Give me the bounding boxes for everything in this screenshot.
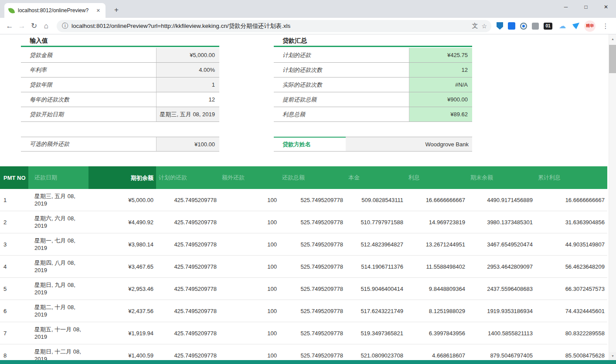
reload-icon[interactable]: ↻ — [29, 21, 39, 31]
minimize-button[interactable]: ─ — [556, 0, 576, 13]
extension-gray-icon[interactable] — [532, 23, 539, 30]
scroll-up-icon[interactable]: ▲ — [609, 35, 616, 43]
input-row: 年利率4.00% — [21, 63, 219, 78]
input-row-label: 贷款金额 — [21, 48, 156, 62]
table-cell: 2437.5596408683 — [468, 286, 535, 292]
table-cell: ¥1,919.94 — [88, 330, 156, 337]
table-header-cell: 还款日期 — [28, 166, 88, 189]
table-cell: 425.7495209778 — [156, 308, 219, 314]
table-cell: 3467.6549520474 — [468, 241, 535, 248]
extension-translate-icon[interactable] — [508, 22, 515, 30]
bookmark-star-icon[interactable]: ☆ — [481, 23, 487, 30]
summary-section-title-text: 贷款汇总 — [282, 37, 307, 45]
extension-shield-icon[interactable] — [497, 22, 503, 30]
table-cell: ¥3,467.65 — [88, 263, 156, 270]
extension-badge-01[interactable]: 01 — [544, 23, 552, 30]
table-row: 6星期二, 十月 08, 2019¥2,437.56425.7495209778… — [0, 300, 607, 322]
table-cell: 100 — [219, 308, 279, 314]
table-cell: 425.7495209778 — [156, 197, 219, 203]
table-cell: 星期二, 十月 08, 2019 — [28, 300, 88, 322]
address-bar[interactable]: ⓘ localhost:8012/onlinePreview?url=http:… — [57, 20, 491, 32]
summary-row: 实际的还款次数#N/A — [274, 78, 472, 92]
table-cell: 2953.4642809097 — [468, 263, 535, 270]
table-cell: 星期四, 八月 08, 2019 — [28, 256, 88, 277]
forward-icon[interactable]: → — [17, 21, 27, 31]
spreadsheet-preview: 输入值 贷款汇总 贷款金额¥5,000.00年利率4.00%贷款年限1每年的还款… — [0, 34, 609, 360]
table-cell: 2 — [0, 219, 28, 226]
input-row-label: 贷款年限 — [21, 78, 156, 92]
table-cell: 16.6666666667 — [535, 197, 607, 203]
table-cell: 3980.1373485301 — [468, 219, 535, 226]
summary-row: 计划的还款¥425.75 — [274, 48, 472, 63]
maximize-button[interactable]: □ — [576, 0, 596, 13]
table-cell: 525.7495209778 — [279, 286, 346, 292]
table-cell: 9.8448809364 — [406, 286, 468, 292]
extension-bird-icon[interactable] — [572, 23, 579, 29]
input-row: 贷款年限1 — [21, 78, 219, 92]
extension-circle-icon[interactable] — [520, 23, 527, 30]
toolbar-right-cluster: 01 ☁ 精华 ⋮ — [497, 20, 611, 32]
window-controls: ─ □ ✕ — [556, 0, 616, 13]
table-cell: 879.5046797405 — [468, 352, 535, 359]
table-cell: 100 — [219, 330, 279, 337]
table-cell: 525.7495209778 — [279, 308, 346, 314]
lender-name-value: Woodgrove Bank — [346, 137, 472, 152]
table-cell: 425.7495209778 — [156, 263, 219, 270]
summary-row: 利息总额¥89.62 — [274, 107, 472, 122]
back-icon[interactable]: ← — [4, 21, 15, 31]
tab-title: localhost:8012/onlinePreview? — [18, 7, 92, 13]
table-cell: 510.7797971588 — [346, 219, 406, 226]
table-cell: 100 — [219, 352, 279, 359]
table-cell: ¥3,980.14 — [88, 241, 156, 248]
translate-icon[interactable]: 文 — [472, 22, 478, 30]
input-section-title: 输入值 — [21, 36, 219, 47]
table-cell: 425.7495209778 — [156, 352, 219, 359]
summary-row-label: 计划的还款次数 — [274, 63, 409, 77]
input-row-label: 年利率 — [21, 63, 156, 77]
summary-row-value: 12 — [409, 63, 472, 77]
table-cell: ¥1,400.59 — [88, 352, 156, 359]
table-cell: 525.7495209778 — [279, 219, 346, 226]
table-row: 4星期四, 八月 08, 2019¥3,467.65425.7495209778… — [0, 256, 607, 278]
table-cell: 16.6666666667 — [406, 197, 468, 203]
table-cell: 525.7495209778 — [279, 352, 346, 359]
table-cell: 525.7495209778 — [279, 330, 346, 337]
home-icon[interactable]: ⌂ — [41, 21, 51, 31]
vertical-scrollbar[interactable]: ▲ ▼ — [609, 34, 616, 360]
table-cell: 525.7495209778 — [279, 263, 346, 270]
table-header-cell: PMT NO — [0, 166, 28, 189]
table-cell: 星期六, 六月 08, 2019 — [28, 211, 88, 233]
input-row: 贷款开始日期星期三, 五月 08, 2019 — [21, 107, 219, 122]
table-cell: 13.2671244951 — [406, 241, 468, 248]
table-cell: 14.969723819 — [406, 219, 468, 226]
browser-tab[interactable]: localhost:8012/onlinePreview? ✕ — [4, 3, 106, 18]
input-row-label: 每年的还款次数 — [21, 92, 156, 107]
browser-menu-icon[interactable]: ⋮ — [600, 21, 611, 31]
site-info-icon[interactable]: ⓘ — [62, 22, 68, 30]
profile-avatar[interactable]: 精华 — [584, 20, 596, 32]
browser-window: localhost:8012/onlinePreview? ✕ + ─ □ ✕ … — [0, 0, 616, 364]
extra-payment-label: 可选的额外还款 — [21, 137, 156, 151]
table-cell: 4 — [0, 263, 28, 270]
input-row-value: 12 — [156, 92, 219, 107]
table-body: 1星期三, 五月 08, 2019¥5,000.00425.7495209778… — [0, 189, 607, 360]
close-button[interactable]: ✕ — [596, 0, 616, 13]
new-tab-button[interactable]: + — [111, 4, 122, 16]
table-cell: 425.7495209778 — [156, 330, 219, 337]
table-cell: 525.7495209778 — [279, 197, 346, 203]
summary-row-label: 提前还款总额 — [274, 92, 409, 107]
input-row-value: 1 — [156, 78, 219, 92]
table-cell: 星期五, 十一月 08, 2019 — [28, 322, 88, 344]
scroll-down-icon[interactable]: ▼ — [609, 352, 616, 360]
table-cell: 44.9035149807 — [535, 241, 607, 248]
table-cell: 100 — [219, 197, 279, 203]
table-cell: 517.6243221749 — [346, 308, 406, 314]
extension-cloud-icon[interactable]: ☁ — [557, 21, 568, 31]
tab-close-icon[interactable]: ✕ — [95, 7, 101, 14]
table-row: 8星期日, 十二月 08, 2019¥1,400.59425.749520977… — [0, 344, 607, 360]
input-row-value: 星期三, 五月 08, 2019 — [156, 107, 219, 121]
tab-strip: localhost:8012/onlinePreview? ✕ + ─ □ ✕ — [0, 0, 616, 18]
scrollbar-thumb[interactable] — [609, 45, 616, 73]
summary-row-value: ¥425.75 — [409, 48, 472, 62]
table-cell: 1919.9353186934 — [468, 308, 535, 314]
